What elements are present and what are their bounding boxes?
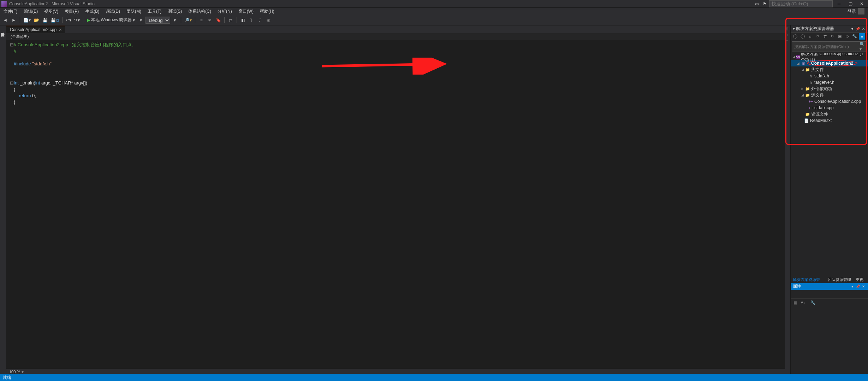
config-dropdown-extra[interactable]: ▾ <box>171 16 179 24</box>
panel-pin-button[interactable]: 📌 <box>855 27 860 31</box>
property-pages-icon[interactable]: 🔧 <box>810 299 816 306</box>
menu-edit[interactable]: 编辑(E) <box>21 8 41 15</box>
step-out-button[interactable]: ⤴ <box>256 16 264 24</box>
menubar: 文件(F) 编辑(E) 视图(V) 项目(P) 生成(B) 调试(D) 团队(M… <box>0 8 868 15</box>
menu-architecture[interactable]: 体系结构(C) <box>185 8 214 15</box>
notification-icon[interactable]: ▭ <box>754 1 760 7</box>
resources-folder-node[interactable]: 📁 资源文件 <box>791 111 868 117</box>
forward-icon[interactable]: ◯ <box>799 33 806 40</box>
open-file-button[interactable]: 📂 <box>32 16 40 24</box>
expand-icon[interactable]: ◢ <box>792 55 795 59</box>
undo-button[interactable]: ↶▾ <box>65 16 72 24</box>
folder-icon: 📁 <box>805 112 810 117</box>
refresh-icon[interactable]: ⟳ <box>829 33 836 40</box>
properties-icon[interactable]: 🔧 <box>851 33 858 40</box>
tab-solution-explorer[interactable]: 解决方案资源管理器 <box>791 276 826 283</box>
breakpoint-button[interactable]: ◉ <box>264 16 272 24</box>
menu-project[interactable]: 项目(P) <box>62 8 82 15</box>
solution-search-input[interactable] <box>792 42 860 52</box>
new-project-button[interactable]: 📄▾ <box>22 16 32 24</box>
sources-folder-node[interactable]: ◢ 📁 源文件 <box>791 92 868 98</box>
comment-button[interactable]: ≡ <box>197 16 205 24</box>
alphabetical-icon[interactable]: A↓ <box>800 299 806 306</box>
search-icon[interactable]: 🔍▾ <box>860 42 867 52</box>
start-debugging-button[interactable]: ▶ 本地 Windows 调试器 ▾ <box>85 16 136 24</box>
categorized-icon[interactable]: ▦ <box>792 299 798 306</box>
menu-analyze[interactable]: 分析(N) <box>215 8 235 15</box>
properties-grid[interactable] <box>791 306 868 375</box>
show-all-icon[interactable]: ▣ <box>837 33 843 40</box>
expand-icon[interactable]: ◢ <box>801 93 804 97</box>
chevron-down-icon: ▾ <box>133 18 135 23</box>
plus-button[interactable]: ＋ <box>785 33 790 37</box>
step-into-button[interactable]: ◧ <box>239 16 247 24</box>
server-explorer-tab[interactable]: 服务器资源管理器 <box>0 27 6 375</box>
restore-button[interactable]: ▢ <box>845 0 855 7</box>
expand-icon[interactable]: ◢ <box>801 68 804 71</box>
back-icon[interactable]: ◯ <box>792 33 798 40</box>
toggle-header-button[interactable]: ⇄ <box>227 16 234 24</box>
toolbar-separator <box>181 17 181 23</box>
expand-icon[interactable]: ◢ <box>796 61 800 65</box>
cpp-file-node[interactable]: ++ ConsoleApplication2.cpp <box>791 98 868 105</box>
menu-tools[interactable]: 工具(T) <box>145 8 164 15</box>
minimize-button[interactable]: ─ <box>834 0 844 7</box>
solution-root-node[interactable]: ◢ VS 解决方案"ConsoleApplication2"(1 个项目) <box>791 54 868 60</box>
properties-toolbar: ▦ A↓ 🔧 <box>791 299 868 306</box>
collapse-icon[interactable]: ⇄ <box>822 33 828 40</box>
toolbar-separator <box>224 17 225 23</box>
save-all-button[interactable]: 💾⧉ <box>49 16 60 24</box>
home-icon[interactable]: ⌂ <box>807 33 813 40</box>
menu-help[interactable]: 帮助(H) <box>257 8 277 15</box>
bookmark-button[interactable]: 🔖 <box>214 16 222 24</box>
headers-folder-node[interactable]: ◢ 📁 头文件 <box>791 66 868 73</box>
menu-window[interactable]: 窗口(W) <box>236 8 256 15</box>
menu-debug[interactable]: 调试(D) <box>103 8 123 15</box>
header-file-node[interactable]: h stdafx.h <box>791 73 868 79</box>
panel-dropdown-button[interactable]: ▾ <box>850 284 855 289</box>
editor-right-gutter: ⊞ ＋ － <box>785 25 790 375</box>
debug-dropdown-button[interactable]: ▾ <box>137 16 145 24</box>
split-button[interactable]: ⊞ <box>785 27 790 31</box>
zoom-dropdown-button[interactable]: ▾ <box>22 369 24 374</box>
step-over-button[interactable]: ⤵ <box>248 16 255 24</box>
header-file-node[interactable]: h targetver.h <box>791 79 868 86</box>
code-editor[interactable]: ⊟// ConsoleApplication2.cpp : 定义控制台应用程序的… <box>6 40 785 368</box>
sync-icon[interactable]: ↻ <box>814 33 821 40</box>
preview-icon[interactable]: ◇ <box>844 33 850 40</box>
scope-combo[interactable]: (全局范围) <box>9 33 30 40</box>
user-avatar-icon[interactable] <box>858 8 864 14</box>
readme-file-node[interactable]: 📄 ReadMe.txt <box>791 117 868 124</box>
document-tab[interactable]: ConsoleApplication2.cpp ✕ <box>6 26 65 33</box>
save-button[interactable]: 💾 <box>41 16 49 24</box>
panel-pin-button[interactable]: 📌 <box>855 284 860 289</box>
menu-build[interactable]: 生成(B) <box>82 8 102 15</box>
login-link[interactable]: 登录 <box>848 8 856 14</box>
menu-test[interactable]: 测试(S) <box>165 8 185 15</box>
config-combo[interactable]: Debug <box>145 17 170 24</box>
nav-back-button[interactable]: ◄ <box>1 16 9 24</box>
find-in-files-button[interactable]: 🔎▾ <box>183 16 193 24</box>
panel-close-button[interactable]: ✕ <box>861 27 866 31</box>
panel-close-button[interactable]: ✕ <box>861 284 866 289</box>
menu-team[interactable]: 团队(M) <box>124 8 144 15</box>
external-deps-node[interactable]: ▷ 📁 外部依赖项 <box>791 86 868 92</box>
uncomment-button[interactable]: ≢ <box>206 16 214 24</box>
tab-team-explorer[interactable]: 团队资源管理器 <box>826 276 854 283</box>
filter-icon[interactable]: ≡ <box>859 33 865 40</box>
properties-object-combo[interactable] <box>791 290 868 299</box>
redo-button[interactable]: ↷▾ <box>73 16 81 24</box>
nav-forward-button[interactable]: ► <box>10 16 18 24</box>
cpp-file-node[interactable]: ++ stdafx.cpp <box>791 105 868 111</box>
tab-class-view[interactable]: 类视图 <box>854 276 868 283</box>
folder-label: 资源文件 <box>811 111 828 117</box>
close-button[interactable]: ✕ <box>857 0 867 7</box>
menu-view[interactable]: 视图(V) <box>41 8 61 15</box>
panel-dropdown-button[interactable]: ▾ <box>850 27 855 31</box>
feedback-flag-icon[interactable]: ⚑ <box>761 1 768 7</box>
quick-launch-input[interactable] <box>769 0 833 7</box>
menu-file[interactable]: 文件(F) <box>1 8 20 15</box>
expand-icon[interactable]: ▷ <box>801 87 804 90</box>
close-icon[interactable]: ✕ <box>59 28 62 32</box>
minus-button[interactable]: － <box>785 38 790 42</box>
